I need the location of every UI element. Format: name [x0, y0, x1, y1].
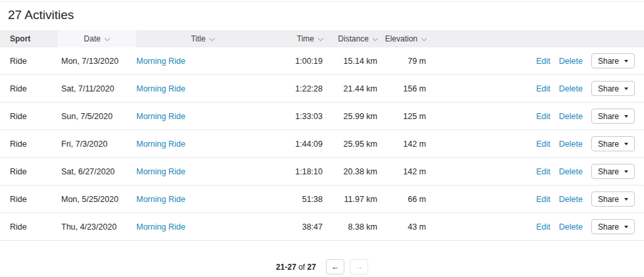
pagination-range: 21-27 — [276, 263, 296, 272]
table-row: Ride Thu, 4/23/2020 Morning Ride 38:47 8… — [0, 213, 644, 241]
cell-title: Morning Ride — [136, 167, 270, 176]
column-header-label: Time — [297, 34, 314, 43]
caret-down-icon — [624, 226, 628, 228]
caret-down-icon — [624, 198, 628, 201]
column-header-distance[interactable]: Distance — [325, 30, 379, 47]
cell-distance: 8.38 km — [325, 222, 379, 232]
activity-title-link[interactable]: Morning Ride — [136, 195, 185, 204]
delete-link[interactable]: Delete — [559, 57, 583, 66]
cell-title: Morning Ride — [136, 222, 270, 232]
edit-link[interactable]: Edit — [536, 139, 550, 149]
cell-date: Sat, 6/27/2020 — [58, 167, 136, 176]
caret-down-icon — [624, 143, 628, 145]
table-header: Sport Date Title Time Distance Elevation — [0, 30, 644, 47]
cell-time: 51:38 — [270, 195, 325, 204]
edit-link[interactable]: Edit — [536, 57, 550, 66]
share-button-label: Share — [598, 84, 619, 93]
cell-distance: 25.95 km — [325, 139, 379, 149]
cell-time: 1:33:03 — [270, 112, 325, 121]
activity-title-link[interactable]: Morning Ride — [136, 167, 185, 176]
cell-actions: Edit Delete Share — [429, 164, 644, 179]
cell-actions: Edit Delete Share — [429, 109, 644, 124]
share-button[interactable]: Share — [591, 219, 635, 234]
share-button[interactable]: Share — [591, 109, 635, 124]
delete-link[interactable]: Delete — [559, 84, 583, 93]
column-header-title[interactable]: Title — [136, 30, 270, 47]
chevron-down-icon — [372, 38, 379, 41]
edit-link[interactable]: Edit — [536, 167, 550, 176]
cell-distance: 21.44 km — [325, 84, 379, 93]
activity-title-link[interactable]: Morning Ride — [136, 112, 185, 121]
cell-elevation: 79 m — [379, 57, 429, 66]
column-header-elevation[interactable]: Elevation — [379, 30, 429, 47]
column-header-date[interactable]: Date — [58, 30, 136, 47]
cell-actions: Edit Delete Share — [429, 81, 644, 96]
edit-link[interactable]: Edit — [536, 222, 550, 232]
table-row: Ride Fri, 7/3/2020 Morning Ride 1:44:09 … — [0, 130, 644, 158]
cell-date: Thu, 4/23/2020 — [58, 222, 136, 232]
column-header-label: Title — [191, 34, 205, 43]
delete-link[interactable]: Delete — [559, 222, 583, 232]
share-button-label: Share — [598, 222, 619, 232]
pagination: 21-27 of 27 ← → — [0, 259, 644, 274]
activity-title-link[interactable]: Morning Ride — [136, 84, 185, 93]
pagination-total: 27 — [308, 263, 316, 272]
caret-down-icon — [624, 170, 628, 173]
column-header-sport: Sport — [0, 30, 58, 47]
cell-distance: 15.14 km — [325, 57, 379, 66]
cell-title: Morning Ride — [136, 84, 270, 93]
cell-title: Morning Ride — [136, 112, 270, 121]
delete-link[interactable]: Delete — [559, 112, 583, 121]
cell-time: 38:47 — [270, 222, 325, 232]
page-title: 27 Activities — [8, 7, 644, 23]
activity-title-link[interactable]: Morning Ride — [136, 222, 185, 232]
caret-down-icon — [624, 88, 628, 90]
cell-time: 1:22:28 — [270, 84, 325, 93]
cell-time: 1:18:10 — [270, 167, 325, 176]
share-button[interactable]: Share — [591, 53, 635, 68]
column-header-label: Elevation — [385, 34, 417, 43]
next-page-button[interactable]: → — [350, 259, 368, 274]
share-button-label: Share — [598, 57, 619, 66]
table-row: Ride Sat, 7/11/2020 Morning Ride 1:22:28… — [0, 75, 644, 103]
delete-link[interactable]: Delete — [559, 195, 583, 204]
cell-elevation: 66 m — [379, 195, 429, 204]
pagination-of-label: of — [298, 263, 305, 272]
table-row: Ride Mon, 7/13/2020 Morning Ride 1:00:19… — [0, 47, 644, 75]
cell-elevation: 142 m — [379, 139, 429, 149]
edit-link[interactable]: Edit — [536, 84, 550, 93]
cell-date: Fri, 7/3/2020 — [58, 139, 136, 149]
cell-distance: 11.97 km — [325, 195, 379, 204]
cell-sport: Ride — [0, 57, 58, 66]
share-button[interactable]: Share — [591, 164, 635, 179]
column-header-time[interactable]: Time — [270, 30, 325, 47]
cell-elevation: 156 m — [379, 84, 429, 93]
activity-title-link[interactable]: Morning Ride — [136, 57, 185, 66]
delete-link[interactable]: Delete — [559, 167, 583, 176]
caret-down-icon — [624, 115, 628, 118]
cell-time: 1:44:09 — [270, 139, 325, 149]
share-button[interactable]: Share — [591, 191, 635, 207]
share-button[interactable]: Share — [591, 81, 635, 96]
activity-title-link[interactable]: Morning Ride — [136, 139, 185, 149]
column-header-label: Distance — [338, 34, 369, 43]
edit-link[interactable]: Edit — [536, 112, 550, 121]
column-header-actions — [429, 30, 644, 47]
chevron-down-icon — [421, 38, 427, 41]
activities-page: 27 Activities Sport Date Title Time Dist… — [0, 0, 644, 277]
cell-title: Morning Ride — [136, 195, 270, 204]
table-row: Ride Sat, 6/27/2020 Morning Ride 1:18:10… — [0, 158, 644, 186]
share-button[interactable]: Share — [591, 136, 635, 151]
share-button-label: Share — [598, 112, 619, 121]
table-row: Ride Sun, 7/5/2020 Morning Ride 1:33:03 … — [0, 103, 644, 130]
cell-elevation: 142 m — [379, 167, 429, 176]
cell-date: Mon, 5/25/2020 — [58, 195, 136, 204]
delete-link[interactable]: Delete — [559, 139, 583, 149]
chevron-down-icon — [317, 38, 324, 41]
share-button-label: Share — [598, 139, 619, 149]
column-header-label: Sport — [10, 34, 30, 43]
column-header-label: Date — [84, 34, 100, 43]
prev-page-button[interactable]: ← — [326, 259, 344, 274]
edit-link[interactable]: Edit — [536, 195, 550, 204]
cell-date: Sun, 7/5/2020 — [58, 112, 136, 121]
